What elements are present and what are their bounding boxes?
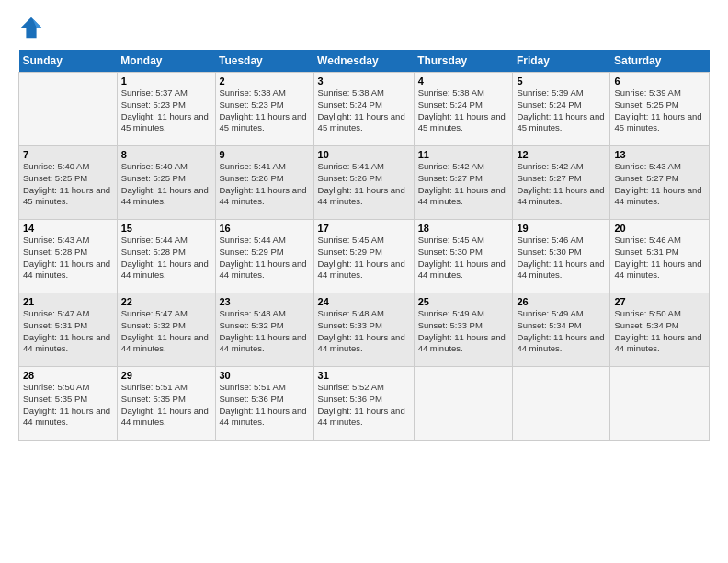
header-cell-friday: Friday: [513, 50, 610, 73]
day-cell: 2Sunrise: 5:38 AM Sunset: 5:23 PM Daylig…: [215, 73, 313, 146]
header-cell-monday: Monday: [117, 50, 215, 73]
day-number: 23: [220, 296, 310, 307]
day-cell: 11Sunrise: 5:42 AM Sunset: 5:27 PM Dayli…: [414, 146, 513, 220]
day-cell: [513, 367, 610, 441]
day-info: Sunrise: 5:43 AM Sunset: 5:27 PM Dayligh…: [614, 161, 705, 208]
day-number: 13: [614, 149, 705, 160]
day-info: Sunrise: 5:50 AM Sunset: 5:35 PM Dayligh…: [23, 382, 113, 429]
day-number: 20: [614, 223, 705, 234]
day-info: Sunrise: 5:50 AM Sunset: 5:34 PM Dayligh…: [614, 308, 705, 355]
day-number: 31: [318, 370, 410, 381]
day-number: 10: [318, 149, 410, 160]
day-info: Sunrise: 5:47 AM Sunset: 5:32 PM Dayligh…: [121, 308, 211, 355]
week-row-5: 28Sunrise: 5:50 AM Sunset: 5:35 PM Dayli…: [19, 367, 710, 441]
logo-icon: [18, 15, 44, 40]
day-cell: 6Sunrise: 5:39 AM Sunset: 5:25 PM Daylig…: [610, 73, 710, 146]
day-number: 3: [318, 75, 410, 86]
day-info: Sunrise: 5:39 AM Sunset: 5:25 PM Dayligh…: [614, 87, 705, 134]
day-info: Sunrise: 5:46 AM Sunset: 5:31 PM Dayligh…: [614, 235, 705, 282]
day-info: Sunrise: 5:42 AM Sunset: 5:27 PM Dayligh…: [517, 161, 606, 208]
day-info: Sunrise: 5:38 AM Sunset: 5:24 PM Dayligh…: [418, 87, 509, 134]
day-cell: [610, 367, 710, 441]
header: [18, 15, 710, 40]
day-info: Sunrise: 5:45 AM Sunset: 5:30 PM Dayligh…: [418, 235, 509, 282]
day-number: 12: [517, 149, 606, 160]
day-info: Sunrise: 5:40 AM Sunset: 5:25 PM Dayligh…: [23, 161, 113, 208]
day-info: Sunrise: 5:41 AM Sunset: 5:26 PM Dayligh…: [220, 161, 310, 208]
day-number: 24: [318, 296, 410, 307]
day-number: 15: [121, 223, 211, 234]
day-cell: 18Sunrise: 5:45 AM Sunset: 5:30 PM Dayli…: [414, 220, 513, 293]
day-cell: [19, 73, 118, 146]
day-info: Sunrise: 5:51 AM Sunset: 5:36 PM Dayligh…: [220, 382, 310, 429]
day-cell: 16Sunrise: 5:44 AM Sunset: 5:29 PM Dayli…: [215, 220, 313, 293]
day-cell: 23Sunrise: 5:48 AM Sunset: 5:32 PM Dayli…: [215, 293, 313, 367]
day-number: 30: [220, 370, 310, 381]
day-info: Sunrise: 5:47 AM Sunset: 5:31 PM Dayligh…: [23, 308, 113, 355]
week-row-1: 1Sunrise: 5:37 AM Sunset: 5:23 PM Daylig…: [19, 73, 710, 146]
day-cell: [414, 367, 513, 441]
day-number: 7: [23, 149, 113, 160]
header-cell-tuesday: Tuesday: [215, 50, 313, 73]
header-cell-wednesday: Wednesday: [313, 50, 414, 73]
day-cell: 4Sunrise: 5:38 AM Sunset: 5:24 PM Daylig…: [414, 73, 513, 146]
day-info: Sunrise: 5:38 AM Sunset: 5:23 PM Dayligh…: [220, 87, 310, 134]
header-cell-saturday: Saturday: [610, 50, 710, 73]
day-cell: 19Sunrise: 5:46 AM Sunset: 5:30 PM Dayli…: [513, 220, 610, 293]
day-number: 21: [23, 296, 113, 307]
day-info: Sunrise: 5:43 AM Sunset: 5:28 PM Dayligh…: [23, 235, 113, 282]
header-cell-thursday: Thursday: [414, 50, 513, 73]
day-info: Sunrise: 5:49 AM Sunset: 5:33 PM Dayligh…: [418, 308, 509, 355]
logo: [18, 15, 48, 40]
day-info: Sunrise: 5:37 AM Sunset: 5:23 PM Dayligh…: [121, 87, 211, 134]
day-number: 16: [220, 223, 310, 234]
day-number: 19: [517, 223, 606, 234]
day-number: 11: [418, 149, 509, 160]
day-number: 18: [418, 223, 509, 234]
day-info: Sunrise: 5:39 AM Sunset: 5:24 PM Dayligh…: [517, 87, 606, 134]
day-number: 26: [517, 296, 606, 307]
day-cell: 25Sunrise: 5:49 AM Sunset: 5:33 PM Dayli…: [414, 293, 513, 367]
day-cell: 17Sunrise: 5:45 AM Sunset: 5:29 PM Dayli…: [313, 220, 414, 293]
day-cell: 7Sunrise: 5:40 AM Sunset: 5:25 PM Daylig…: [19, 146, 118, 220]
day-number: 28: [23, 370, 113, 381]
day-cell: 12Sunrise: 5:42 AM Sunset: 5:27 PM Dayli…: [513, 146, 610, 220]
day-number: 14: [23, 223, 113, 234]
header-row: SundayMondayTuesdayWednesdayThursdayFrid…: [19, 50, 710, 73]
day-number: 29: [121, 370, 211, 381]
header-cell-sunday: Sunday: [19, 50, 118, 73]
day-info: Sunrise: 5:48 AM Sunset: 5:32 PM Dayligh…: [220, 308, 310, 355]
day-info: Sunrise: 5:49 AM Sunset: 5:34 PM Dayligh…: [517, 308, 606, 355]
day-cell: 28Sunrise: 5:50 AM Sunset: 5:35 PM Dayli…: [19, 367, 118, 441]
day-info: Sunrise: 5:52 AM Sunset: 5:36 PM Dayligh…: [318, 382, 410, 429]
day-info: Sunrise: 5:45 AM Sunset: 5:29 PM Dayligh…: [318, 235, 410, 282]
day-number: 1: [121, 75, 211, 86]
day-info: Sunrise: 5:40 AM Sunset: 5:25 PM Dayligh…: [121, 161, 211, 208]
day-cell: 27Sunrise: 5:50 AM Sunset: 5:34 PM Dayli…: [610, 293, 710, 367]
day-cell: 22Sunrise: 5:47 AM Sunset: 5:32 PM Dayli…: [117, 293, 215, 367]
day-number: 17: [318, 223, 410, 234]
day-info: Sunrise: 5:41 AM Sunset: 5:26 PM Dayligh…: [318, 161, 410, 208]
day-number: 6: [614, 75, 705, 86]
day-number: 22: [121, 296, 211, 307]
day-cell: 1Sunrise: 5:37 AM Sunset: 5:23 PM Daylig…: [117, 73, 215, 146]
day-info: Sunrise: 5:38 AM Sunset: 5:24 PM Dayligh…: [318, 87, 410, 134]
day-number: 2: [220, 75, 310, 86]
week-row-4: 21Sunrise: 5:47 AM Sunset: 5:31 PM Dayli…: [19, 293, 710, 367]
day-cell: 29Sunrise: 5:51 AM Sunset: 5:35 PM Dayli…: [117, 367, 215, 441]
day-cell: 20Sunrise: 5:46 AM Sunset: 5:31 PM Dayli…: [610, 220, 710, 293]
calendar-table: SundayMondayTuesdayWednesdayThursdayFrid…: [18, 50, 710, 441]
day-cell: 5Sunrise: 5:39 AM Sunset: 5:24 PM Daylig…: [513, 73, 610, 146]
day-cell: 3Sunrise: 5:38 AM Sunset: 5:24 PM Daylig…: [313, 73, 414, 146]
day-cell: 31Sunrise: 5:52 AM Sunset: 5:36 PM Dayli…: [313, 367, 414, 441]
day-cell: 26Sunrise: 5:49 AM Sunset: 5:34 PM Dayli…: [513, 293, 610, 367]
day-cell: 15Sunrise: 5:44 AM Sunset: 5:28 PM Dayli…: [117, 220, 215, 293]
day-cell: 8Sunrise: 5:40 AM Sunset: 5:25 PM Daylig…: [117, 146, 215, 220]
day-cell: 13Sunrise: 5:43 AM Sunset: 5:27 PM Dayli…: [610, 146, 710, 220]
day-number: 25: [418, 296, 509, 307]
day-number: 27: [614, 296, 705, 307]
day-cell: 14Sunrise: 5:43 AM Sunset: 5:28 PM Dayli…: [19, 220, 118, 293]
day-cell: 9Sunrise: 5:41 AM Sunset: 5:26 PM Daylig…: [215, 146, 313, 220]
day-cell: 30Sunrise: 5:51 AM Sunset: 5:36 PM Dayli…: [215, 367, 313, 441]
day-info: Sunrise: 5:46 AM Sunset: 5:30 PM Dayligh…: [517, 235, 606, 282]
